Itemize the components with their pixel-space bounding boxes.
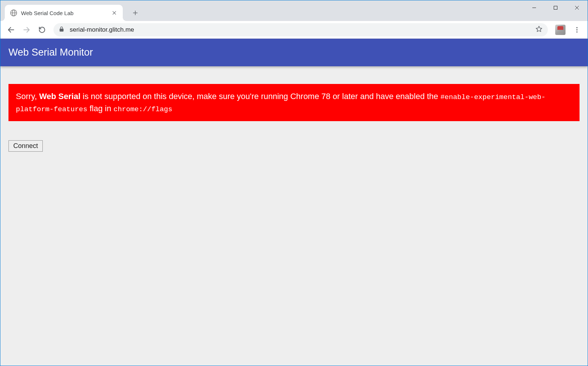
svg-rect-8 [554, 6, 557, 10]
svg-point-13 [576, 31, 577, 32]
reload-button[interactable] [35, 23, 49, 37]
forward-button[interactable] [20, 23, 34, 37]
error-text-mid2: flag in [87, 104, 114, 113]
profile-avatar[interactable] [555, 25, 566, 35]
tab-title: Web Serial Code Lab [21, 10, 111, 16]
svg-point-11 [576, 27, 577, 28]
kebab-menu-icon[interactable] [570, 23, 584, 37]
browser-chrome: Web Serial Code Lab [0, 0, 588, 39]
window-controls [523, 0, 588, 15]
new-tab-button[interactable] [129, 7, 141, 19]
error-text-prefix: Sorry, [16, 92, 39, 101]
maximize-button[interactable] [545, 0, 566, 15]
back-button[interactable] [4, 23, 18, 37]
error-text-bold: Web Serial [39, 92, 80, 101]
close-window-button[interactable] [566, 0, 588, 15]
page-title: Web Serial Monitor [0, 39, 588, 66]
minimize-button[interactable] [523, 0, 545, 15]
lock-icon [59, 26, 65, 34]
url-text: serial-monitor.glitch.me [70, 26, 535, 34]
connect-button[interactable]: Connect [8, 140, 43, 152]
titlebar: Web Serial Code Lab [0, 0, 588, 21]
bookmark-star-icon[interactable] [535, 25, 543, 34]
error-code-url: chrome://flags [114, 105, 173, 113]
page-body: Sorry, Web Serial is not supported on th… [0, 66, 588, 160]
page-viewport: Web Serial Monitor Sorry, Web Serial is … [0, 39, 588, 366]
globe-icon [10, 9, 17, 17]
browser-toolbar: serial-monitor.glitch.me [0, 21, 588, 39]
close-tab-icon[interactable] [111, 10, 118, 16]
svg-point-12 [576, 29, 577, 30]
error-banner: Sorry, Web Serial is not supported on th… [8, 84, 580, 121]
error-text-mid1: is not supported on this device, make su… [80, 92, 440, 101]
browser-tab[interactable]: Web Serial Code Lab [5, 5, 123, 21]
address-bar[interactable]: serial-monitor.glitch.me [53, 23, 548, 36]
